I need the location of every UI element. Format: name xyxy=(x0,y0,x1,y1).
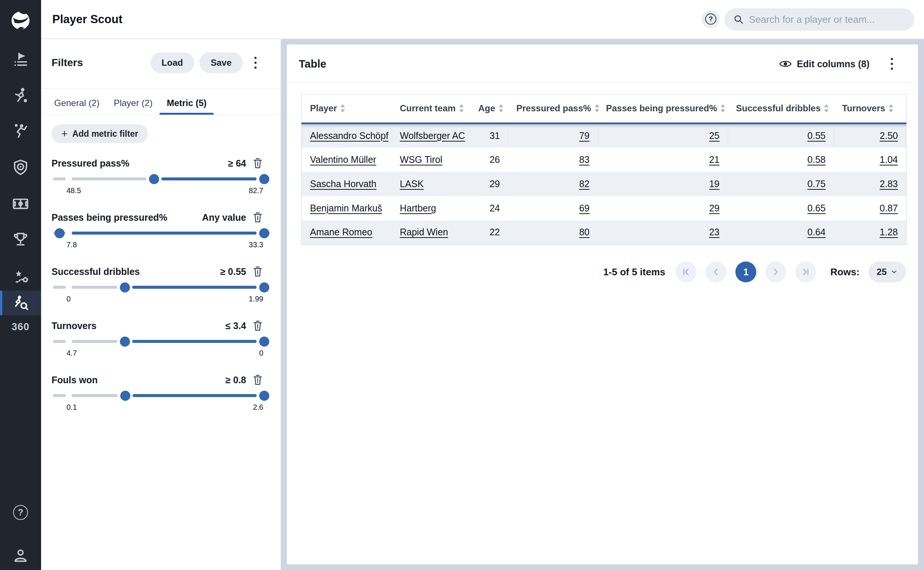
slider-rail xyxy=(72,286,117,289)
save-filters-button[interactable]: Save xyxy=(199,52,243,73)
sidebar-account-button[interactable] xyxy=(0,541,41,570)
column-header[interactable]: Pressured pass% xyxy=(508,95,598,123)
slider-thumb-max[interactable] xyxy=(259,282,269,293)
delete-metric-button[interactable] xyxy=(253,320,263,331)
sidebar-item-players[interactable] xyxy=(0,80,41,110)
stat-link[interactable]: 23 xyxy=(709,227,720,237)
tab-metric[interactable]: Metric (5) xyxy=(159,92,214,115)
column-header[interactable]: Age xyxy=(470,95,508,123)
slider-thumb-max[interactable] xyxy=(259,391,269,401)
sidebar-item-matches[interactable] xyxy=(0,45,41,75)
add-metric-filter-button[interactable]: + Add metric filter xyxy=(52,124,148,143)
slider-thumb-min[interactable] xyxy=(55,228,64,238)
load-filters-button[interactable]: Load xyxy=(150,52,194,73)
delete-metric-button[interactable] xyxy=(253,158,263,169)
metric-filter: Successful dribbles ≥ 0.55 0 1.99 xyxy=(52,264,270,313)
edit-columns-button[interactable]: Edit columns (8) xyxy=(779,55,869,73)
slider-thumb-max[interactable] xyxy=(259,337,269,346)
team-link[interactable]: WSG Tirol xyxy=(400,154,442,165)
slider-thumb-min[interactable] xyxy=(120,282,130,293)
stat-link[interactable]: 0.65 xyxy=(808,203,826,213)
sidebar-item-pitch[interactable] xyxy=(0,188,41,219)
stat-link[interactable]: 1.04 xyxy=(880,154,898,165)
range-slider[interactable] xyxy=(53,390,270,401)
player-link[interactable]: Valentino Müller xyxy=(310,154,376,165)
team-link[interactable]: Rapid Wien xyxy=(400,227,448,237)
tab-general[interactable]: General (2) xyxy=(47,92,106,115)
sidebar-help-button[interactable]: ? xyxy=(0,498,41,527)
slider-max-label: 0 xyxy=(259,349,263,357)
slider-thumb-min[interactable] xyxy=(120,391,130,401)
column-header[interactable]: Successful dribbles xyxy=(728,95,834,123)
stat-link[interactable]: 29 xyxy=(709,203,720,213)
stat-link[interactable]: 0.55 xyxy=(808,130,826,141)
team-link[interactable]: LASK xyxy=(400,179,424,189)
stat-link[interactable]: 82 xyxy=(579,179,590,189)
search-input[interactable] xyxy=(749,14,905,25)
sidebar-item-360[interactable]: 360 xyxy=(0,321,41,333)
team-link[interactable]: Wolfsberger AC xyxy=(400,130,465,141)
range-slider[interactable] xyxy=(53,336,270,346)
slider-thumb-min[interactable] xyxy=(149,174,159,184)
stat-link[interactable]: 25 xyxy=(709,130,720,141)
column-header[interactable]: Player xyxy=(302,95,392,123)
sidebar-item-goalkeepers[interactable] xyxy=(0,116,41,146)
stat-link[interactable]: 2.50 xyxy=(880,130,898,141)
player-cell: Sascha Horvath xyxy=(302,172,392,196)
tab-player[interactable]: Player (2) xyxy=(106,92,159,115)
stat-link[interactable]: 1.28 xyxy=(880,227,898,237)
range-slider[interactable] xyxy=(53,282,270,293)
player-link[interactable]: Benjamin Markuš xyxy=(310,203,382,213)
last-page-button[interactable] xyxy=(795,262,816,282)
page-1-button[interactable]: 1 xyxy=(735,262,756,282)
column-header[interactable]: Turnovers xyxy=(834,95,906,123)
slider-thumb-min[interactable] xyxy=(120,337,130,346)
app-logo[interactable] xyxy=(0,0,41,41)
slider-thumb-max[interactable] xyxy=(259,174,269,184)
stat-link[interactable]: 21 xyxy=(709,154,720,165)
delete-metric-button[interactable] xyxy=(253,266,263,277)
player-link[interactable]: Sascha Horvath xyxy=(310,179,376,189)
range-slider[interactable] xyxy=(53,228,270,238)
previous-page-button[interactable] xyxy=(705,262,727,282)
table-menu-button[interactable] xyxy=(884,54,900,74)
player-link[interactable]: Amane Romeo xyxy=(310,227,372,237)
stat-cell: 2.50 xyxy=(834,123,906,147)
column-header[interactable]: Passes being pressured% xyxy=(598,95,728,123)
slider-min-label: 4.7 xyxy=(66,349,77,357)
sidebar: 360 ? xyxy=(0,0,41,570)
stat-link[interactable]: 80 xyxy=(579,227,590,237)
range-slider[interactable] xyxy=(53,174,270,184)
help-button[interactable]: ? xyxy=(702,10,720,28)
slider-rail xyxy=(72,178,147,181)
chevron-down-icon xyxy=(890,268,898,276)
stat-link[interactable]: 0.64 xyxy=(808,227,826,237)
sidebar-item-player-scout[interactable] xyxy=(0,291,41,315)
stat-link[interactable]: 69 xyxy=(579,203,590,213)
team-link[interactable]: Hartberg xyxy=(400,203,436,213)
rows-per-page-select[interactable]: 25 xyxy=(868,262,906,282)
sidebar-item-teams[interactable] xyxy=(0,152,41,182)
filters-menu-button[interactable] xyxy=(248,52,263,73)
next-page-button[interactable] xyxy=(765,262,786,282)
stat-cell: 83 xyxy=(508,147,598,172)
player-link[interactable]: Alessandro Schöpf xyxy=(310,130,389,141)
stat-link[interactable]: 79 xyxy=(579,130,590,141)
trash-icon xyxy=(253,158,263,169)
stat-link[interactable]: 19 xyxy=(709,179,720,189)
slider-thumb-max[interactable] xyxy=(259,228,269,238)
stat-link[interactable]: 0.87 xyxy=(880,203,898,213)
sidebar-item-tactics[interactable] xyxy=(0,262,41,291)
stat-link[interactable]: 0.58 xyxy=(808,154,826,165)
first-page-button[interactable] xyxy=(676,262,696,282)
stat-link[interactable]: 83 xyxy=(579,154,590,165)
sidebar-item-competitions[interactable] xyxy=(0,224,41,254)
delete-metric-button[interactable] xyxy=(253,212,263,223)
table-row: Benjamin MarkušHartberg2469290.650.87 xyxy=(302,196,906,221)
stat-link[interactable]: 0.75 xyxy=(808,179,826,189)
stat-link[interactable]: 2.83 xyxy=(880,179,898,189)
first-page-icon xyxy=(681,267,691,277)
global-search[interactable] xyxy=(725,8,914,31)
column-header[interactable]: Current team xyxy=(392,95,470,123)
delete-metric-button[interactable] xyxy=(253,374,263,386)
